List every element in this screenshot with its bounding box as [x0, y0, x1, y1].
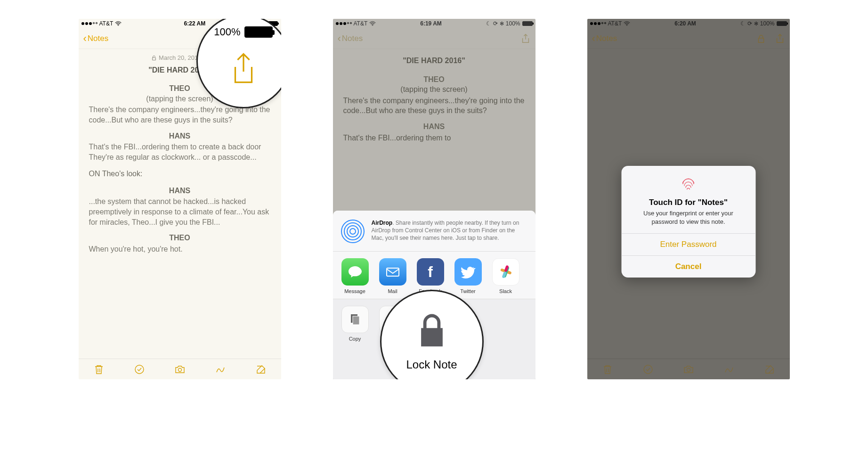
chevron-left-icon: ‹: [338, 33, 341, 45]
wifi-icon: [369, 21, 376, 26]
back-button[interactable]: ‹ Notes: [592, 33, 617, 45]
sketch-icon[interactable]: [723, 364, 735, 375]
share-icon[interactable]: [520, 33, 531, 44]
back-label: Notes: [88, 34, 108, 43]
camera-icon[interactable]: [683, 364, 694, 375]
clock-label: 6:22 AM: [184, 20, 206, 27]
status-bar: AT&T 6:19 AM ☾ ⟳ ✻ 100%: [333, 19, 535, 28]
alert-message: Use your fingerprint or enter your passw…: [632, 209, 745, 226]
alert-title: Touch ID for "Notes": [632, 198, 745, 207]
share-app-message[interactable]: Message: [340, 258, 371, 294]
wifi-icon: [624, 21, 630, 26]
back-button[interactable]: ‹ Notes: [338, 33, 363, 45]
cancel-button[interactable]: Cancel: [621, 256, 755, 278]
character-name: HANS: [343, 122, 525, 132]
enter-password-button[interactable]: Enter Password: [621, 234, 755, 256]
battery-icon: [522, 21, 533, 26]
copy-icon: [341, 306, 369, 333]
checklist-icon[interactable]: [642, 364, 654, 375]
unlocked-icon: [151, 55, 157, 61]
battery-pct-label: 100%: [760, 20, 775, 27]
share-app-twitter[interactable]: Twitter: [453, 258, 484, 294]
share-icon[interactable]: [775, 33, 785, 44]
svg-point-16: [644, 365, 652, 374]
airdrop-icon: [341, 219, 365, 244]
airdrop-text: AirDrop. Share instantly with people nea…: [372, 219, 528, 244]
message-icon: [341, 258, 369, 286]
sketch-icon[interactable]: [215, 364, 226, 375]
share-icon[interactable]: [229, 53, 258, 86]
lock-icon[interactable]: [756, 33, 766, 44]
phone-screen-3: AT&T 6:20 AM ☾ ⟳ ✻ 100% ‹ Notes: [587, 19, 790, 379]
dialogue-text: There's the company engineers...they're …: [343, 96, 525, 116]
airdrop-section[interactable]: AirDrop. Share instantly with people nea…: [333, 211, 535, 252]
status-bar: AT&T 6:20 AM ☾ ⟳ ✻ 100%: [587, 19, 790, 28]
carrier-label: AT&T: [608, 20, 622, 27]
dialogue-text: ...the system that cannot be hacked...is…: [89, 196, 271, 227]
character-name: HANS: [89, 131, 271, 141]
stage-direction: (tapping the screen): [343, 84, 525, 95]
zoom-battery-label: 100%: [214, 26, 240, 38]
mail-icon: [379, 258, 406, 286]
back-label: Notes: [596, 34, 617, 43]
touch-id-alert: Touch ID for "Notes" Use your fingerprin…: [621, 166, 755, 278]
svg-point-3: [372, 25, 373, 26]
battery-icon: [777, 21, 787, 26]
svg-point-15: [626, 25, 627, 26]
signal-dots-icon: [590, 22, 606, 25]
bottom-toolbar: [587, 359, 790, 379]
lock-icon[interactable]: [413, 312, 451, 350]
bluetooth-icon: ✻: [754, 21, 758, 27]
dialogue-text: That's the FBI...ordering them to create…: [89, 142, 271, 162]
scene-note: ON Theo's look:: [89, 169, 271, 179]
trash-icon[interactable]: [602, 364, 613, 375]
note-title: "DIE HARD 2016": [343, 56, 525, 66]
svg-point-7: [341, 220, 364, 243]
action-copy[interactable]: Copy: [340, 306, 371, 342]
nav-bar: ‹ Notes: [587, 28, 790, 49]
signal-dots-icon: [81, 22, 97, 25]
character-name: THEO: [343, 74, 525, 85]
character-name: THEO: [89, 233, 271, 243]
svg-rect-14: [353, 316, 359, 325]
character-name: HANS: [89, 186, 271, 196]
svg-rect-8: [387, 268, 399, 276]
compose-icon[interactable]: [255, 364, 267, 375]
svg-point-2: [178, 368, 181, 371]
phone-screen-1: AT&T 6:22 AM ‹ Notes March 20, 2016 at "…: [79, 19, 281, 379]
note-body: "DIE HARD 2016" THEO (tapping the screen…: [333, 49, 535, 148]
svg-point-17: [687, 368, 690, 371]
facebook-icon: f: [417, 258, 444, 286]
carrier-label: AT&T: [99, 20, 114, 27]
svg-point-4: [350, 229, 356, 234]
signal-dots-icon: [336, 22, 352, 25]
back-label: Notes: [342, 34, 363, 43]
svg-point-0: [118, 25, 119, 26]
rotation-lock-icon: ⟳: [747, 20, 752, 27]
compose-icon[interactable]: [764, 364, 775, 375]
trash-icon[interactable]: [93, 364, 105, 375]
share-app-facebook[interactable]: fFacebook: [415, 258, 446, 294]
dnd-icon: ☾: [486, 20, 491, 27]
camera-icon[interactable]: [174, 364, 186, 375]
share-app-mail[interactable]: Mail: [377, 258, 408, 294]
battery-icon: [244, 26, 273, 38]
battery-pct-label: 100%: [506, 20, 520, 27]
phone-screen-2: AT&T 6:19 AM ☾ ⟳ ✻ 100% ‹ Notes "DIE HAR…: [333, 19, 535, 379]
back-button[interactable]: ‹ Notes: [83, 33, 109, 45]
dnd-icon: ☾: [740, 20, 746, 27]
bluetooth-icon: ✻: [500, 21, 504, 27]
share-app-slack[interactable]: Slack: [490, 258, 521, 294]
twitter-icon: [454, 258, 482, 286]
zoom-lock-label: Lock Note: [406, 358, 457, 371]
dialogue-text: That's the FBI...ordering them to: [343, 133, 525, 143]
wifi-icon: [115, 21, 122, 26]
clock-label: 6:19 AM: [420, 20, 442, 27]
clock-label: 6:20 AM: [674, 20, 696, 27]
carrier-label: AT&T: [354, 20, 368, 27]
svg-point-5: [347, 226, 358, 237]
dialogue-text: When you're hot, you're hot.: [89, 244, 271, 254]
slack-icon: [492, 258, 519, 286]
checklist-icon[interactable]: [134, 364, 145, 375]
svg-point-1: [135, 365, 144, 374]
